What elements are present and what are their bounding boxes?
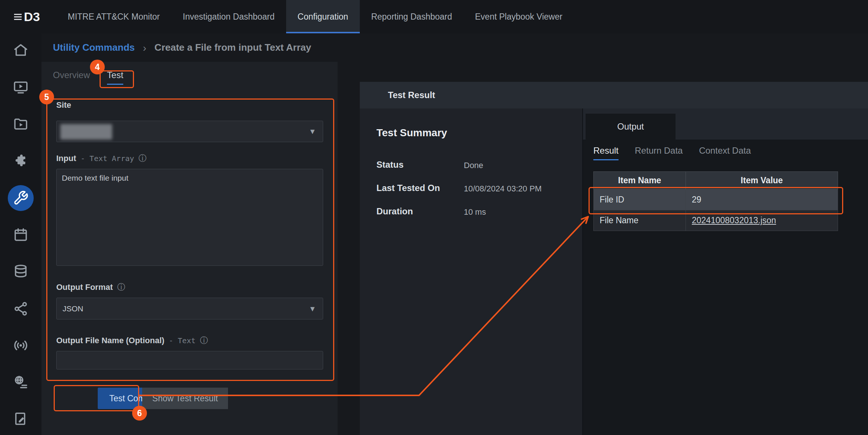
broadcast-icon[interactable] (8, 332, 34, 358)
file-name-value-cell: 20241008032013.json (686, 210, 838, 231)
output-file-name-input[interactable] (56, 351, 323, 369)
output-format-value: JSON (63, 304, 83, 313)
calendar-icon[interactable] (8, 222, 34, 248)
status-value: Done (464, 160, 483, 170)
test-result-title: Test Result (388, 90, 435, 100)
d3-logo-bars-icon: ≡ (13, 10, 21, 24)
input-label: Input (56, 154, 76, 163)
app-window: ≡ D3 MITRE ATT&CK Monitor Investigation … (0, 0, 868, 435)
tab-test[interactable]: Test (107, 70, 123, 85)
item-name-header: Item Name (594, 172, 686, 190)
breadcrumb: Utility Commands › Create a File from in… (0, 33, 868, 62)
site-label: Site (56, 100, 71, 110)
test-result-panel: Test Result Test Summary Status Done Las… (360, 82, 868, 435)
input-textarea[interactable]: Demo text file input (56, 169, 323, 266)
document-edit-icon[interactable] (8, 406, 34, 432)
nav-configuration[interactable]: Configuration (286, 0, 360, 33)
page-title: Create a File from input Text Array (154, 42, 311, 53)
site-dropdown[interactable]: ▼ (56, 121, 323, 142)
info-icon[interactable]: ⓘ (200, 337, 208, 345)
breadcrumb-parent-link[interactable]: Utility Commands (53, 42, 135, 53)
output-format-label-row: Output Format ⓘ (56, 282, 125, 292)
chevron-right-icon: › (143, 41, 146, 54)
monitor-play-icon[interactable] (8, 74, 34, 100)
file-name-link[interactable]: 20241008032013.json (692, 215, 776, 225)
input-type-hint: - Text Array (81, 154, 134, 163)
puzzle-icon[interactable] (8, 148, 34, 174)
file-id-value-cell: 29 (686, 190, 838, 210)
site-value-redacted (60, 124, 112, 140)
result-table-header-row: Item Name Item Value (594, 172, 838, 190)
test-result-body: Test Summary Status Done Last Tested On … (360, 108, 868, 435)
table-row-file-name: File Name 20241008032013.json (594, 210, 838, 231)
command-panel: Overview Test Site ▼ Input - Text Array … (41, 62, 338, 435)
folder-play-icon[interactable] (8, 111, 34, 137)
nav-event-playbook-viewer[interactable]: Event Playbook Viewer (463, 0, 574, 33)
last-tested-value: 10/08/2024 03:20 PM (464, 183, 542, 194)
share-nodes-icon[interactable] (8, 296, 34, 322)
icon-sidebar (0, 33, 41, 435)
d3-logo-text: D3 (24, 10, 40, 24)
d3-logo[interactable]: ≡ D3 (0, 0, 56, 33)
file-id-name-cell: File ID (594, 190, 686, 210)
command-panel-tabs: Overview Test (53, 70, 123, 85)
tab-output[interactable]: Output (586, 114, 676, 140)
item-value-header: Item Value (686, 172, 838, 190)
subtab-return-data[interactable]: Return Data (635, 145, 683, 160)
table-row-file-id: File ID 29 (594, 190, 838, 210)
output-section: Output Result Return Data Context Data I… (582, 108, 868, 435)
output-file-name-label-row: Output File Name (Optional) - Text ⓘ (56, 336, 208, 345)
info-icon[interactable]: ⓘ (138, 154, 147, 163)
subtab-result[interactable]: Result (593, 145, 619, 160)
globe-settings-icon[interactable] (8, 369, 34, 395)
summary-row-last-tested: Last Tested On 10/08/2024 03:20 PM (376, 183, 582, 194)
chevron-down-icon: ▼ (309, 304, 316, 313)
status-label: Status (376, 160, 464, 170)
input-field-label-row: Input - Text Array ⓘ (56, 154, 147, 163)
info-icon[interactable]: ⓘ (117, 283, 125, 291)
home-icon[interactable] (8, 37, 34, 63)
tab-overview[interactable]: Overview (53, 70, 90, 85)
nav-investigation-dashboard[interactable]: Investigation Dashboard (171, 0, 286, 33)
nav-reporting-dashboard[interactable]: Reporting Dashboard (360, 0, 464, 33)
test-summary-title: Test Summary (376, 127, 582, 139)
file-name-name-cell: File Name (594, 210, 686, 231)
top-nav: MITRE ATT&CK Monitor Investigation Dashb… (56, 0, 574, 33)
wrench-icon[interactable] (8, 185, 34, 211)
summary-row-status: Status Done (376, 160, 582, 170)
duration-value: 10 ms (464, 206, 486, 217)
output-file-type-hint: - Text (169, 336, 195, 345)
result-table: Item Name Item Value File ID 29 File Nam… (593, 171, 838, 231)
nav-mitre-attack-monitor[interactable]: MITRE ATT&CK Monitor (56, 0, 171, 33)
test-summary-section: Test Summary Status Done Last Tested On … (360, 108, 582, 435)
output-file-name-label: Output File Name (Optional) (56, 336, 164, 345)
duration-label: Duration (376, 206, 464, 217)
show-test-result-button[interactable]: Show Test Result (142, 388, 228, 409)
output-subtabs: Result Return Data Context Data (583, 140, 868, 160)
output-format-dropdown[interactable]: JSON ▼ (56, 298, 323, 319)
top-nav-bar: ≡ D3 MITRE ATT&CK Monitor Investigation … (0, 0, 868, 33)
site-field-label-row: Site (56, 100, 71, 110)
chevron-down-icon: ▼ (309, 127, 316, 136)
last-tested-label: Last Tested On (376, 183, 464, 194)
database-icon[interactable] (8, 258, 34, 284)
summary-row-duration: Duration 10 ms (376, 206, 582, 217)
subtab-context-data[interactable]: Context Data (699, 145, 751, 160)
output-format-label: Output Format (56, 282, 113, 292)
test-result-header: Test Result (360, 82, 868, 108)
